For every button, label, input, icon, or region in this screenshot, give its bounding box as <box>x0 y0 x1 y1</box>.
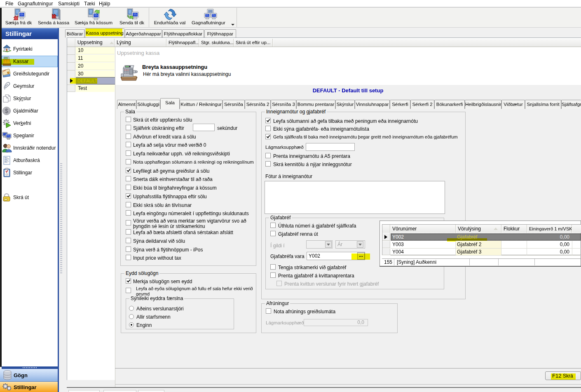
svg-text:$: $ <box>5 108 8 114</box>
